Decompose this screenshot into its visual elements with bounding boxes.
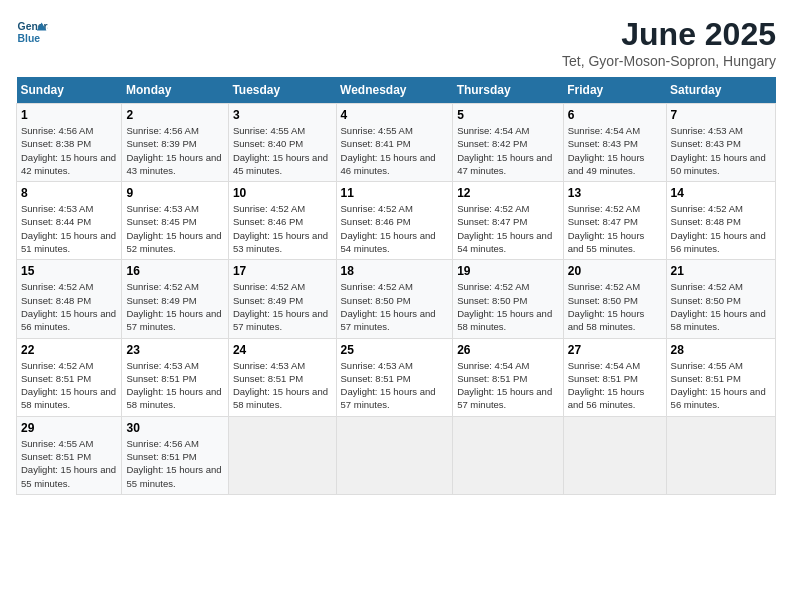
table-row: 6 Sunrise: 4:54 AM Sunset: 8:43 PM Dayli… [563,104,666,182]
day-number: 18 [341,264,449,278]
table-row: 2 Sunrise: 4:56 AM Sunset: 8:39 PM Dayli… [122,104,228,182]
table-row: 18 Sunrise: 4:52 AM Sunset: 8:50 PM Dayl… [336,260,453,338]
day-number: 1 [21,108,117,122]
day-number: 3 [233,108,332,122]
table-row: 21 Sunrise: 4:52 AM Sunset: 8:50 PM Dayl… [666,260,775,338]
table-row: 11 Sunrise: 4:52 AM Sunset: 8:46 PM Dayl… [336,182,453,260]
day-info: Sunrise: 4:53 AM Sunset: 8:51 PM Dayligh… [233,359,332,412]
day-info: Sunrise: 4:56 AM Sunset: 8:38 PM Dayligh… [21,124,117,177]
day-info: Sunrise: 4:53 AM Sunset: 8:51 PM Dayligh… [341,359,449,412]
day-info: Sunrise: 4:53 AM Sunset: 8:45 PM Dayligh… [126,202,223,255]
calendar-header: Sunday Monday Tuesday Wednesday Thursday… [17,77,776,104]
col-sunday: Sunday [17,77,122,104]
day-number: 2 [126,108,223,122]
table-row: 14 Sunrise: 4:52 AM Sunset: 8:48 PM Dayl… [666,182,775,260]
table-row: 30 Sunrise: 4:56 AM Sunset: 8:51 PM Dayl… [122,416,228,494]
day-info: Sunrise: 4:53 AM Sunset: 8:44 PM Dayligh… [21,202,117,255]
day-number: 28 [671,343,771,357]
day-number: 20 [568,264,662,278]
day-number: 6 [568,108,662,122]
day-info: Sunrise: 4:52 AM Sunset: 8:46 PM Dayligh… [233,202,332,255]
day-number: 14 [671,186,771,200]
table-row: 29 Sunrise: 4:55 AM Sunset: 8:51 PM Dayl… [17,416,122,494]
table-row: 15 Sunrise: 4:52 AM Sunset: 8:48 PM Dayl… [17,260,776,338]
day-info: Sunrise: 4:52 AM Sunset: 8:51 PM Dayligh… [21,359,117,412]
table-row: 8 Sunrise: 4:53 AM Sunset: 8:44 PM Dayli… [17,182,776,260]
table-row: 26 Sunrise: 4:54 AM Sunset: 8:51 PM Dayl… [453,338,564,416]
day-number: 19 [457,264,559,278]
empty-cell [563,416,666,494]
day-info: Sunrise: 4:55 AM Sunset: 8:51 PM Dayligh… [671,359,771,412]
col-wednesday: Wednesday [336,77,453,104]
day-info: Sunrise: 4:53 AM Sunset: 8:51 PM Dayligh… [126,359,223,412]
table-row: 17 Sunrise: 4:52 AM Sunset: 8:49 PM Dayl… [228,260,336,338]
day-number: 12 [457,186,559,200]
day-info: Sunrise: 4:52 AM Sunset: 8:50 PM Dayligh… [671,280,771,333]
day-info: Sunrise: 4:52 AM Sunset: 8:48 PM Dayligh… [21,280,117,333]
day-number: 16 [126,264,223,278]
col-friday: Friday [563,77,666,104]
table-row: 28 Sunrise: 4:55 AM Sunset: 8:51 PM Dayl… [666,338,775,416]
day-number: 26 [457,343,559,357]
empty-cell [453,416,564,494]
col-thursday: Thursday [453,77,564,104]
day-info: Sunrise: 4:52 AM Sunset: 8:50 PM Dayligh… [457,280,559,333]
day-number: 21 [671,264,771,278]
table-row: 25 Sunrise: 4:53 AM Sunset: 8:51 PM Dayl… [336,338,453,416]
table-row: 27 Sunrise: 4:54 AM Sunset: 8:51 PM Dayl… [563,338,666,416]
table-row: 7 Sunrise: 4:53 AM Sunset: 8:43 PM Dayli… [666,104,775,182]
day-number: 8 [21,186,117,200]
calendar-table: Sunday Monday Tuesday Wednesday Thursday… [16,77,776,495]
empty-cell [336,416,453,494]
day-info: Sunrise: 4:55 AM Sunset: 8:51 PM Dayligh… [21,437,117,490]
day-number: 22 [21,343,117,357]
table-row: 20 Sunrise: 4:52 AM Sunset: 8:50 PM Dayl… [563,260,666,338]
day-number: 5 [457,108,559,122]
table-row: 16 Sunrise: 4:52 AM Sunset: 8:49 PM Dayl… [122,260,228,338]
day-number: 25 [341,343,449,357]
day-info: Sunrise: 4:56 AM Sunset: 8:51 PM Dayligh… [126,437,223,490]
day-info: Sunrise: 4:56 AM Sunset: 8:39 PM Dayligh… [126,124,223,177]
empty-cell [666,416,775,494]
day-info: Sunrise: 4:55 AM Sunset: 8:40 PM Dayligh… [233,124,332,177]
table-row: 5 Sunrise: 4:54 AM Sunset: 8:42 PM Dayli… [453,104,564,182]
day-info: Sunrise: 4:52 AM Sunset: 8:50 PM Dayligh… [568,280,662,333]
table-row: 9 Sunrise: 4:53 AM Sunset: 8:45 PM Dayli… [122,182,228,260]
main-title: June 2025 [562,16,776,53]
day-number: 13 [568,186,662,200]
logo-icon: General Blue [16,16,48,48]
day-number: 23 [126,343,223,357]
table-row: 15 Sunrise: 4:52 AM Sunset: 8:48 PM Dayl… [17,260,122,338]
col-monday: Monday [122,77,228,104]
day-number: 9 [126,186,223,200]
table-row: 1 Sunrise: 4:56 AM Sunset: 8:38 PM Dayli… [17,104,776,182]
calendar-body: 1 Sunrise: 4:56 AM Sunset: 8:38 PM Dayli… [17,104,776,495]
day-number: 7 [671,108,771,122]
day-info: Sunrise: 4:52 AM Sunset: 8:47 PM Dayligh… [457,202,559,255]
day-number: 4 [341,108,449,122]
day-info: Sunrise: 4:54 AM Sunset: 8:51 PM Dayligh… [457,359,559,412]
day-number: 15 [21,264,117,278]
day-number: 30 [126,421,223,435]
table-row: 12 Sunrise: 4:52 AM Sunset: 8:47 PM Dayl… [453,182,564,260]
day-info: Sunrise: 4:54 AM Sunset: 8:43 PM Dayligh… [568,124,662,177]
col-tuesday: Tuesday [228,77,336,104]
day-info: Sunrise: 4:52 AM Sunset: 8:49 PM Dayligh… [233,280,332,333]
table-row: 19 Sunrise: 4:52 AM Sunset: 8:50 PM Dayl… [453,260,564,338]
day-info: Sunrise: 4:52 AM Sunset: 8:48 PM Dayligh… [671,202,771,255]
day-info: Sunrise: 4:54 AM Sunset: 8:42 PM Dayligh… [457,124,559,177]
table-row: 8 Sunrise: 4:53 AM Sunset: 8:44 PM Dayli… [17,182,122,260]
day-number: 29 [21,421,117,435]
logo: General Blue [16,16,48,48]
empty-cell [228,416,336,494]
table-row: 10 Sunrise: 4:52 AM Sunset: 8:46 PM Dayl… [228,182,336,260]
day-info: Sunrise: 4:52 AM Sunset: 8:47 PM Dayligh… [568,202,662,255]
table-row: 1 Sunrise: 4:56 AM Sunset: 8:38 PM Dayli… [17,104,122,182]
day-info: Sunrise: 4:52 AM Sunset: 8:49 PM Dayligh… [126,280,223,333]
table-row: 22 Sunrise: 4:52 AM Sunset: 8:51 PM Dayl… [17,338,776,416]
table-row: 29 Sunrise: 4:55 AM Sunset: 8:51 PM Dayl… [17,416,776,494]
day-info: Sunrise: 4:52 AM Sunset: 8:46 PM Dayligh… [341,202,449,255]
subtitle: Tet, Gyor-Moson-Sopron, Hungary [562,53,776,69]
day-number: 11 [341,186,449,200]
day-info: Sunrise: 4:52 AM Sunset: 8:50 PM Dayligh… [341,280,449,333]
